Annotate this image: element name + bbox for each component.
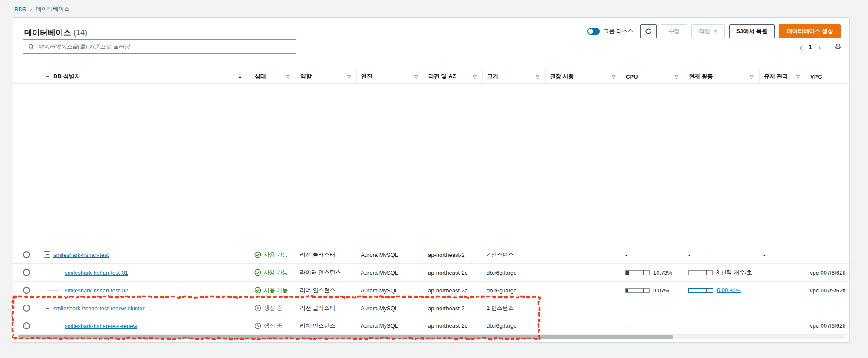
column-db-identifier[interactable]: DB 식별자 ▲ <box>13 69 250 83</box>
activity-sessions-link[interactable]: 0.00 세션 <box>717 286 741 294</box>
check-circle-icon <box>254 287 261 294</box>
restore-from-s3-button[interactable]: S3에서 복원 <box>729 24 775 38</box>
column-region-az[interactable]: 리전 및 AZ▽ <box>424 69 482 83</box>
scrollbar-thumb[interactable] <box>18 335 673 339</box>
db-identifier-link[interactable]: smileshark-hshan-test <box>53 252 108 258</box>
region-az-cell: ap-northeast-2 <box>424 299 482 317</box>
row-radio[interactable] <box>23 251 30 258</box>
db-identifier-link[interactable]: smileshark-hshan-test-01 <box>65 269 128 276</box>
filter-icon[interactable]: ▽ <box>796 74 800 79</box>
db-identifier-cell: smileshark-hshan-test-02 <box>13 282 250 299</box>
cpu-cell: - <box>621 246 684 263</box>
collapse-row-icon[interactable] <box>44 251 50 258</box>
cpu-cell: 10.73% <box>621 264 684 281</box>
status-text: 사용 가능 <box>264 269 288 276</box>
filter-icon[interactable]: ▽ <box>414 74 418 79</box>
modify-button[interactable]: 수정 <box>661 24 687 38</box>
column-size[interactable]: 크기▽ <box>482 69 545 83</box>
size-cell: 1 인스턴스 <box>482 299 545 317</box>
cpu-value: 9.07% <box>653 287 669 294</box>
column-label: 상태 <box>255 72 266 80</box>
alarm-tick <box>643 288 644 293</box>
vpc-cell <box>806 299 849 317</box>
db-identifier-link[interactable]: smileshark-hshan-test-renew <box>65 323 137 329</box>
db-identifier-cell: smileshark-hshan-test-renew <box>13 317 250 334</box>
toolbar: 그룹 리소스 수정 작업 ▼ S3에서 복원 데이터베이스 생성 <box>587 24 841 38</box>
column-status[interactable]: 상태▽ <box>250 69 296 83</box>
search-input[interactable] <box>38 43 292 50</box>
activity-value: 3 선택 개수/초 <box>716 269 752 276</box>
status-cell: 사용 가능 <box>250 282 296 299</box>
db-identifier-link[interactable]: smileshark-hshan-test-02 <box>65 287 128 294</box>
collapse-row-icon[interactable] <box>44 305 50 311</box>
column-label: DB 식별자 <box>53 72 80 80</box>
column-role[interactable]: 역할▽ <box>296 69 356 83</box>
column-cpu[interactable]: CPU▽ <box>621 69 684 83</box>
filter-icon[interactable]: ▽ <box>473 74 477 79</box>
horizontal-scrollbar[interactable] <box>18 335 845 339</box>
gear-icon[interactable]: ⚙ <box>835 42 842 52</box>
actions-dropdown-button[interactable]: 작업 ▼ <box>691 24 725 38</box>
filter-icon[interactable]: ▽ <box>675 74 678 79</box>
engine-cell: Aurora MySQL <box>356 282 424 299</box>
column-label: 크기 <box>487 72 498 80</box>
column-label: VPC <box>810 73 822 80</box>
filter-icon[interactable]: ▽ <box>612 74 615 79</box>
prev-page-icon[interactable]: ‹ <box>797 43 805 52</box>
activity-cell: - <box>684 246 759 263</box>
column-label: 현재 활동 <box>689 72 713 80</box>
tree-line <box>47 312 47 317</box>
maintenance-cell <box>759 282 806 299</box>
table-row: smileshark-hshan-test-01 사용 가능 라이터 인스턴스 … <box>13 263 849 281</box>
row-radio[interactable] <box>23 322 30 329</box>
group-resources-toggle[interactable] <box>587 28 600 35</box>
page-title-text: 데이터베이스 <box>24 28 71 37</box>
vpc-cell <box>806 246 849 263</box>
row-radio[interactable] <box>23 269 30 276</box>
filter-icon[interactable]: ▽ <box>750 74 753 79</box>
recommendation-cell <box>545 264 621 281</box>
role-cell: 리더 인스턴스 <box>296 282 356 299</box>
filter-icon[interactable]: ▽ <box>536 74 539 79</box>
maintenance-cell: - <box>759 299 806 317</box>
db-identifier-link[interactable]: smileshark-hshan-test-renew-cluster <box>53 305 145 312</box>
vpc-cell: vpc-007f6f62ff <box>806 264 849 281</box>
filter-icon[interactable]: ▽ <box>286 74 290 79</box>
group-resources-toggle-wrap: 그룹 리소스 <box>587 27 633 35</box>
column-recommendation[interactable]: 권장 사항▽ <box>545 69 621 83</box>
breadcrumb: RDS › 데이터베이스 <box>14 5 70 13</box>
recommendation-cell <box>545 299 621 317</box>
activity-meter <box>688 270 713 275</box>
create-database-button[interactable]: 데이터베이스 생성 <box>779 24 841 38</box>
column-current-activity[interactable]: 현재 활동▽ <box>684 69 759 83</box>
column-label: 엔진 <box>361 72 372 80</box>
refresh-icon <box>645 28 652 35</box>
status-text: 사용 가능 <box>264 251 288 259</box>
next-page-icon[interactable]: › <box>815 43 824 52</box>
column-label: CPU <box>626 73 638 80</box>
alarm-tick <box>706 270 707 275</box>
tree-line <box>47 317 47 326</box>
row-radio[interactable] <box>23 287 30 294</box>
tree-line <box>47 259 47 263</box>
breadcrumb-rds-link[interactable]: RDS <box>14 6 26 13</box>
table-row: smileshark-hshan-test-02 사용 가능 리더 인스턴스 A… <box>13 281 849 299</box>
column-maintenance[interactable]: 유지 관리▽ <box>759 69 806 83</box>
recommendation-cell <box>545 282 621 299</box>
alarm-tick <box>643 270 644 275</box>
alarm-tick <box>706 288 707 293</box>
row-radio[interactable] <box>23 305 30 312</box>
page-number[interactable]: 1 <box>805 43 815 50</box>
maintenance-cell: - <box>759 246 806 263</box>
column-engine[interactable]: 엔진▽ <box>356 69 424 83</box>
maintenance-cell <box>759 264 806 281</box>
refresh-button[interactable] <box>640 24 657 38</box>
column-vpc[interactable]: VPC <box>806 69 849 83</box>
region-az-cell: ap-northeast-2a <box>424 282 482 299</box>
column-label: 역할 <box>300 72 312 80</box>
cpu-cell: - <box>621 317 684 334</box>
actions-label: 작업 <box>699 27 710 35</box>
sort-ascending-icon[interactable]: ▲ <box>238 74 242 79</box>
filter-icon[interactable]: ▽ <box>347 74 351 79</box>
collapse-all-icon[interactable] <box>44 73 50 79</box>
